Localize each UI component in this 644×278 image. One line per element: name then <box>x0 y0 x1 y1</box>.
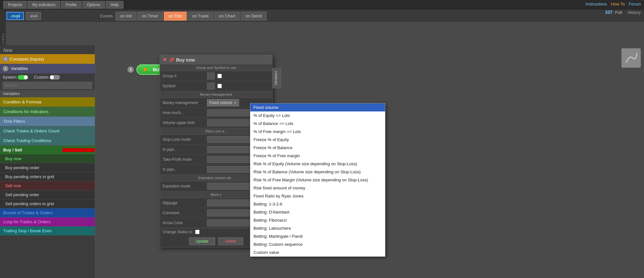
event-ondeinit[interactable]: on Deinit <box>241 12 267 21</box>
dropdown-option-2[interactable]: % of Balance => Lots <box>250 120 385 128</box>
system-toggle[interactable]: System <box>3 75 28 80</box>
nav-help[interactable]: Help <box>106 1 124 9</box>
loop-item[interactable]: Loop for Trades & Orders <box>0 217 95 226</box>
buy-pending-order-item[interactable]: Buy pending order <box>0 163 95 172</box>
symbol-checkbox[interactable] <box>217 84 222 88</box>
symbol-row: Symbol <box>160 81 272 91</box>
dropdown-option-9[interactable]: Risk % of Free Margin (Volume size depen… <box>250 176 385 184</box>
buy-sell-label: Buy / Sell <box>0 146 63 154</box>
comment-label: Comment <box>163 211 204 215</box>
buy-pending-grid-item[interactable]: Buy pending orders in grid <box>0 172 95 181</box>
group-checkbox[interactable] <box>217 74 222 78</box>
howto-link[interactable]: How To <box>611 2 625 6</box>
custom-label: Custom <box>34 75 48 80</box>
trailing-item[interactable]: Trailing Stop / Break Even <box>0 226 95 235</box>
custom-toggle-pill[interactable] <box>50 75 60 80</box>
dropdown-option-6[interactable]: Freeze % of Free margin <box>250 152 385 160</box>
buy-sell-red-block <box>63 148 95 152</box>
variables-count: 1 <box>3 66 8 72</box>
money-management-dropdown[interactable]: Fixed volume ▼ <box>207 99 239 106</box>
dropdown-option-13[interactable]: Betting: D'Alembert <box>250 208 385 216</box>
dropdown-option-0[interactable]: Fixed volume <box>250 103 385 111</box>
change-status-label: Change Status to <box>163 230 193 234</box>
mq4-btn[interactable]: .mq4 <box>6 12 24 20</box>
history-label: History <box>628 10 641 15</box>
constants-label: Constants (Inputs) <box>10 57 44 62</box>
forum-link[interactable]: Forum <box>629 2 641 6</box>
event-oninit[interactable]: on Init <box>115 12 136 21</box>
ex4-btn[interactable]: .ex4 <box>26 12 41 20</box>
event-ontimer[interactable]: on Timer <box>137 12 163 21</box>
time-filters-item[interactable]: Time Filters <box>0 117 95 126</box>
counter-number: 337 <box>605 10 612 15</box>
nav-my-indicators[interactable]: My Indicators <box>27 1 60 9</box>
sell-pending-grid-item[interactable]: Sell pending orders in grid <box>0 199 95 208</box>
check-trading-item[interactable]: Check Trading Conditions <box>0 136 95 146</box>
dialog-pin-btn[interactable]: 📌 <box>169 57 174 62</box>
bucket-item[interactable]: Bucket of Trades & Orders <box>0 208 95 217</box>
variables-tab[interactable]: Variables <box>272 68 281 88</box>
toggles-row: System Custom <box>0 73 95 81</box>
nav-projects[interactable]: Projects <box>3 1 27 9</box>
dialog-close-btn[interactable]: ✕ <box>163 57 167 63</box>
symbol-btn1[interactable] <box>207 82 215 90</box>
canvas-icon[interactable] <box>621 48 641 68</box>
buy-sell-header[interactable]: Buy / Sell <box>0 146 95 154</box>
group-label: Group # <box>163 74 204 78</box>
update-button[interactable]: Update <box>189 237 215 245</box>
dropdown-arrow-icon: ▼ <box>233 101 237 105</box>
events-label: Events <box>100 14 113 18</box>
sell-now-item[interactable]: Sell now <box>0 181 95 190</box>
custom-toggle[interactable]: Custom <box>34 75 60 80</box>
event-onchart[interactable]: on Chart <box>214 12 240 21</box>
dropdown-option-12[interactable]: Betting: 1-3-2-6 <box>250 200 385 208</box>
volume-limit-label: Volume upper limit <box>163 120 204 125</box>
nav-options[interactable]: Options <box>82 1 105 9</box>
event-ontrade[interactable]: on Trade <box>187 12 213 21</box>
money-management-label: Money management <box>163 101 204 105</box>
dropdown-option-11[interactable]: Fixed Ratio by Ryan Jones <box>250 192 385 200</box>
dropdown-option-18[interactable]: Custom value <box>250 248 385 256</box>
money-management-dropdown-list: Fixed volume% of Equity => Lots% of Bala… <box>250 103 385 257</box>
group-btn1[interactable] <box>207 72 215 80</box>
dropdown-option-17[interactable]: Betting: Custom sequence <box>250 240 385 248</box>
events-bar: .mq4 .ex4 Events on Init on Timer on Tic… <box>0 10 644 23</box>
condition-formula-item[interactable]: Condition & Formula <box>0 97 95 107</box>
slippage-label: Slippage <box>163 201 204 205</box>
change-status-checkbox[interactable] <box>195 230 200 234</box>
delete-button[interactable]: Delete <box>218 237 243 245</box>
top-nav: Projects My Indicators Profile Options H… <box>3 1 124 9</box>
system-toggle-pill[interactable] <box>18 75 28 80</box>
dropdown-option-15[interactable]: Betting: Labouchere <box>250 224 385 232</box>
expiration-mode-label: Expiration mode <box>163 184 204 188</box>
sidebar: New 4 Constants (Inputs) 1 Variables Sys… <box>0 45 95 278</box>
event-ontick[interactable]: on Tick <box>164 12 187 21</box>
money-header: Money management <box>160 91 272 98</box>
instructions-link[interactable]: Instructions <box>586 2 607 6</box>
sell-pending-order-item[interactable]: Sell pending order <box>0 190 95 199</box>
dot-orange <box>144 68 147 71</box>
variables-label: Variables <box>11 66 28 71</box>
dropdown-option-1[interactable]: % of Equity => Lots <box>250 111 385 120</box>
dropdown-option-10[interactable]: Risk fixed amount of money <box>250 184 385 192</box>
new-label: New <box>0 46 95 54</box>
dropdown-option-4[interactable]: Freeze % of Equity <box>250 136 385 144</box>
top-bar: Projects My Indicators Profile Options H… <box>0 0 644 10</box>
node-number: 1 <box>127 66 134 73</box>
dropdown-option-8[interactable]: Risk % of Balance (Volume size depending… <box>250 168 385 176</box>
dropdown-option-7[interactable]: Risk % of Equity (Volume size depending … <box>250 160 385 168</box>
group-symbol-header: Group and Symbol to use <box>160 64 272 71</box>
conditions-indicators-item[interactable]: Conditions for Indicators <box>0 107 95 117</box>
nav-profile[interactable]: Profile <box>61 1 82 9</box>
dropdown-option-5[interactable]: Freeze % of Balance <box>250 144 385 152</box>
variables-section[interactable]: 1 Variables <box>0 64 95 73</box>
check-trades-item[interactable]: Check Trades & Orders Count <box>0 126 95 136</box>
constants-section[interactable]: 4 Constants (Inputs) <box>0 54 95 64</box>
signal-dots <box>144 68 151 71</box>
dropdown-option-16[interactable]: Betting: Martingale / Paroli <box>250 232 385 240</box>
money-management-value: Fixed volume <box>209 101 232 105</box>
dropdown-option-14[interactable]: Betting: Fibonacci <box>250 216 385 224</box>
search-input[interactable] <box>3 82 92 89</box>
dropdown-option-3[interactable]: % of Free margin => Lots <box>250 128 385 136</box>
buy-now-item[interactable]: Buy now <box>0 154 95 163</box>
